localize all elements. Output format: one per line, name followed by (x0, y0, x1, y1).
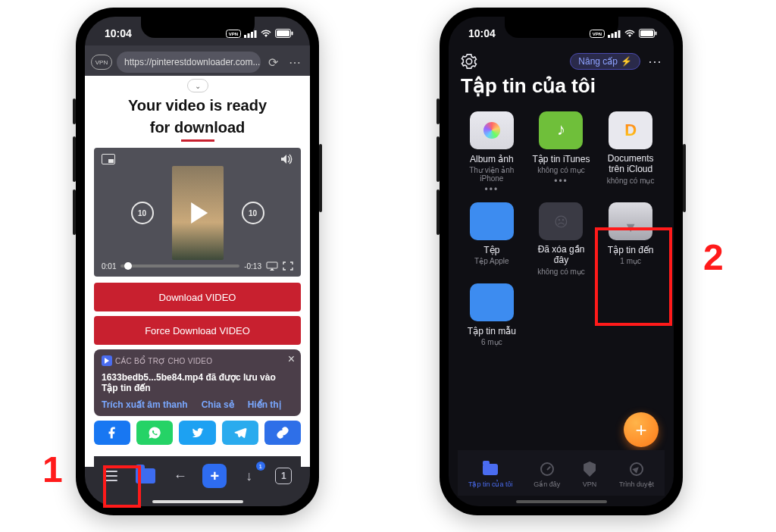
reload-button[interactable]: ⟳ (265, 55, 281, 70)
svg-rect-14 (608, 35, 610, 38)
vpn-indicator: VPN (226, 30, 241, 38)
grid-item-subtitle: không có mục (530, 268, 593, 276)
play-button[interactable] (191, 202, 208, 224)
tab-recent[interactable]: Gần đây (534, 461, 560, 488)
grid-item-files[interactable]: TệpTệp Apple (461, 202, 523, 276)
phone-right: 10:04 VPN Nâng cấp⚡ ⋯ Tập tin của tôi (440, 8, 683, 515)
bottom-downloads-button[interactable]: ↓1 (236, 463, 262, 489)
tab-my-files[interactable]: Tập tin của tôi (468, 461, 513, 488)
browser-url-bar: VPN https://pinterestdownloader.com... ⟳… (85, 45, 310, 76)
page-headline-line1: Your video is ready (85, 94, 310, 116)
battery-icon (275, 29, 293, 38)
fab-add-button[interactable]: + (624, 412, 659, 447)
svg-rect-16 (615, 32, 617, 38)
force-download-button[interactable]: Force Download VIDEO (94, 316, 301, 345)
files-grid: Album ảnhThư viện ảnh iPhone•••Tập tin i… (449, 105, 674, 352)
volume-icon[interactable] (280, 154, 293, 164)
folder-icon (483, 464, 498, 475)
share-whatsapp[interactable] (136, 421, 173, 445)
browser-more-button[interactable]: ⋯ (286, 55, 304, 70)
bottom-tabs-button[interactable]: 1 (271, 463, 296, 489)
seek-forward-button[interactable]: 10 (242, 202, 264, 224)
svg-rect-17 (618, 30, 621, 38)
grid-item-title: Album ảnh (461, 154, 523, 164)
svg-rect-20 (656, 32, 657, 36)
toast-badge: CÁC BỔ TRỢ CHO VIDEO (102, 355, 212, 366)
vpn-badge[interactable]: VPN (91, 55, 112, 70)
pip-icon[interactable] (102, 154, 115, 164)
bottom-back-button[interactable]: ← (167, 463, 193, 489)
seek-back-button[interactable]: 10 (131, 202, 154, 224)
inbox-icon (609, 202, 652, 240)
bottom-menu-button[interactable] (99, 463, 124, 489)
status-bar: 10:04 VPN (449, 17, 674, 50)
tab-vpn[interactable]: VPN (581, 461, 598, 488)
svg-text:VPN: VPN (593, 32, 602, 36)
tab-bar: Tập tin của tôi Gần đây VPN Trình duyệt (458, 450, 665, 496)
grid-item-sample[interactable]: Tập tin mẫu6 mục (461, 283, 523, 346)
grid-item-photos[interactable]: Album ảnhThư viện ảnh iPhone••• (461, 111, 523, 195)
home-indicator[interactable] (516, 500, 607, 503)
share-link[interactable] (264, 421, 301, 445)
grid-item-more[interactable]: ••• (530, 176, 593, 186)
fullscreen-icon[interactable] (283, 261, 293, 271)
bottom-new-button[interactable]: + (202, 463, 227, 489)
svg-rect-11 (267, 262, 277, 268)
svg-rect-19 (640, 30, 653, 36)
compass-icon (630, 462, 643, 476)
grid-item-title: Tệp (461, 245, 523, 255)
status-indicators: VPN (226, 29, 293, 38)
toast-action-share[interactable]: Chia sẻ (202, 399, 234, 410)
toast-action-extract[interactable]: Trích xuất âm thanh (102, 399, 188, 410)
grid-item-subtitle: 6 mục (461, 338, 523, 346)
annotation-number-1: 1 (42, 449, 63, 490)
toast-action-show[interactable]: Hiển thị (248, 399, 281, 410)
grid-item-title: Documents trên iCloud (599, 154, 662, 175)
download-toast: × CÁC BỔ TRỢ CHO VIDEO 1633bedb5...5be84… (94, 349, 301, 416)
wifi-icon (260, 29, 272, 38)
grid-item-subtitle: Thư viện ảnh iPhone (461, 166, 523, 183)
collapse-chevron[interactable]: ⌄ (187, 79, 208, 92)
toast-message-line1: 1633bedb5...5be84.mp4 đã được lưu vào (102, 372, 293, 383)
svg-rect-2 (244, 35, 246, 38)
status-time: 10:04 (105, 27, 132, 39)
grid-item-itunes[interactable]: Tập tin iTuneskhông có mục••• (530, 111, 593, 195)
bottom-files-button[interactable] (133, 463, 158, 489)
files-icon (470, 202, 514, 240)
icloud-icon (609, 111, 652, 149)
grid-item-inbox[interactable]: Tập tin đến1 mục (599, 202, 662, 276)
grid-item-trash[interactable]: Đã xóa gần đâykhông có mục (530, 202, 593, 276)
share-telegram[interactable] (222, 421, 258, 445)
more-button[interactable]: ⋯ (648, 53, 662, 70)
video-time-remaining: -0:13 (244, 262, 261, 271)
wifi-icon (624, 29, 636, 38)
share-twitter[interactable] (179, 421, 215, 445)
download-video-button[interactable]: Download VIDEO (94, 283, 301, 311)
trash-icon (539, 202, 583, 240)
home-indicator[interactable] (152, 500, 243, 503)
toast-close-button[interactable]: × (288, 352, 295, 366)
annotation-number-2: 2 (703, 236, 724, 278)
clock-icon (540, 462, 554, 476)
bolt-icon: ⚡ (621, 56, 632, 67)
settings-button[interactable] (461, 53, 477, 70)
video-player[interactable]: 10 10 0:01 -0:13 (94, 148, 301, 277)
video-time-current: 0:01 (102, 262, 116, 271)
url-field[interactable]: https://pinterestdownloader.com... (117, 52, 261, 73)
grid-item-subtitle: Tệp Apple (461, 257, 523, 265)
share-facebook[interactable] (94, 421, 130, 445)
svg-rect-15 (612, 33, 614, 38)
itunes-icon (539, 111, 583, 149)
tab-browser[interactable]: Trình duyệt (619, 461, 654, 488)
airplay-icon[interactable] (266, 261, 278, 271)
upgrade-button[interactable]: Nâng cấp⚡ (570, 53, 640, 70)
grid-item-more[interactable]: ••• (461, 184, 523, 195)
grid-item-icloud[interactable]: Documents trên iCloudkhông có mục (599, 111, 662, 195)
svg-text:VPN: VPN (229, 32, 238, 36)
video-progress[interactable] (120, 264, 239, 268)
headline-underline (181, 139, 214, 142)
photos-icon (470, 111, 514, 149)
shield-icon (584, 462, 596, 477)
grid-item-subtitle: không có mục (530, 166, 593, 174)
signal-icon (244, 30, 257, 38)
